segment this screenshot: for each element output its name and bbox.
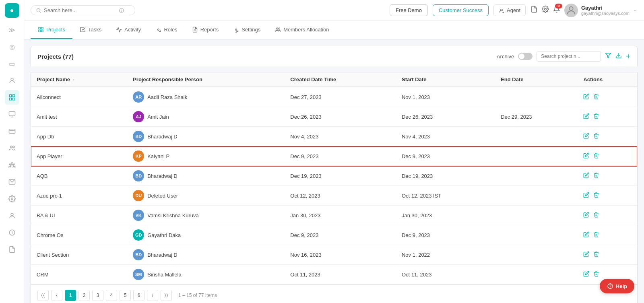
edit-icon[interactable]: [583, 172, 589, 179]
page-1-btn[interactable]: 1: [65, 290, 76, 301]
cell-actions: [578, 127, 637, 146]
edit-icon[interactable]: [583, 133, 589, 140]
cell-project-name: AQB: [31, 166, 127, 186]
notification-badge: 31: [555, 4, 562, 8]
nav-tabs: Projects Tasks Activity Roles Reports Se…: [24, 21, 644, 39]
roles-tab-icon: [155, 27, 161, 33]
cell-start: Dec 26, 2023: [396, 107, 495, 127]
help-button[interactable]: Help: [600, 279, 634, 293]
page-5-btn[interactable]: 5: [120, 290, 131, 301]
tasks-tab-icon: [80, 27, 86, 33]
page-first-btn[interactable]: ⟨⟨: [37, 290, 49, 301]
sidebar-expand-icon[interactable]: ≫: [5, 23, 19, 37]
sidebar-icon-card[interactable]: [5, 124, 19, 138]
cell-person: BD Bharadwaj D: [127, 127, 285, 146]
page-last-btn[interactable]: ⟩⟩: [161, 290, 172, 301]
gear-icon[interactable]: [542, 6, 549, 15]
settings-tab-icon: [233, 27, 239, 33]
cell-start: Nov 1, 2023: [396, 87, 495, 107]
search-input[interactable]: [44, 7, 116, 13]
projects-tab-icon: [38, 27, 44, 33]
page-prev-btn[interactable]: ‹: [51, 290, 62, 301]
page-3-btn[interactable]: 3: [92, 290, 103, 301]
svg-rect-29: [39, 30, 40, 32]
page-info: 1 – 15 of 77 Items: [178, 293, 217, 298]
archive-toggle[interactable]: [518, 53, 533, 60]
notification-bell-icon[interactable]: 31: [553, 6, 560, 15]
svg-point-36: [279, 28, 280, 29]
sidebar-icon-team[interactable]: [5, 158, 19, 172]
cell-start: Dec 9, 2023: [396, 225, 495, 245]
filter-icon[interactable]: [605, 52, 611, 60]
edit-icon[interactable]: [583, 192, 589, 199]
cell-end: [495, 186, 578, 206]
svg-point-16: [11, 198, 13, 200]
edit-icon[interactable]: [583, 153, 589, 160]
delete-icon[interactable]: [593, 172, 599, 179]
delete-icon[interactable]: [593, 271, 599, 278]
search-box[interactable]: [31, 5, 135, 15]
svg-rect-30: [41, 30, 43, 32]
edit-icon[interactable]: [583, 93, 589, 101]
user-email: gayathri@snovasys.com: [581, 11, 630, 16]
svg-rect-2: [12, 95, 14, 97]
sidebar-icon-clock[interactable]: [5, 225, 19, 240]
cell-end: [495, 245, 578, 265]
sidebar-icon-person[interactable]: [5, 208, 19, 223]
tab-members[interactable]: Members Allocation: [268, 21, 336, 39]
edit-icon[interactable]: [583, 231, 589, 239]
cell-actions: [578, 245, 637, 265]
user-avatar-area[interactable]: Gayathri gayathri@snovasys.com: [564, 4, 638, 17]
edit-icon[interactable]: [583, 113, 589, 120]
free-demo-button[interactable]: Free Demo: [390, 4, 428, 16]
tab-tasks[interactable]: Tasks: [72, 21, 109, 39]
sidebar-icon-projects[interactable]: [5, 90, 19, 105]
customer-success-button[interactable]: Customer Success: [433, 4, 489, 16]
delete-icon[interactable]: [593, 93, 599, 101]
tab-settings[interactable]: Settings: [226, 21, 268, 39]
cell-end: [495, 87, 578, 107]
delete-icon[interactable]: [593, 251, 599, 258]
tab-activity[interactable]: Activity: [109, 21, 148, 39]
add-project-icon[interactable]: +: [626, 52, 631, 61]
user-name: Gayathri: [581, 5, 630, 11]
sidebar-icon-settings[interactable]: [5, 192, 19, 206]
sort-icon[interactable]: ↑: [73, 78, 75, 82]
edit-icon[interactable]: [583, 212, 589, 219]
pagination: ⟨⟨ ‹ 1 2 3 4 5 6 › ⟩⟩ 1 – 15 of 77 Items: [31, 284, 637, 303]
tab-reports[interactable]: Reports: [185, 21, 226, 39]
svg-point-11: [12, 146, 14, 148]
svg-point-31: [158, 29, 159, 31]
page-next-btn[interactable]: ›: [147, 290, 158, 301]
sidebar-icon-monitor[interactable]: ▭: [5, 56, 19, 71]
download-icon[interactable]: [615, 52, 622, 60]
sidebar-icon-user[interactable]: [5, 73, 19, 88]
sidebar-icon-globe[interactable]: ◎: [5, 39, 19, 54]
app-logo[interactable]: ●: [5, 3, 19, 18]
document-icon[interactable]: [530, 6, 538, 15]
delete-icon[interactable]: [593, 192, 599, 199]
page-2-btn[interactable]: 2: [78, 290, 90, 301]
delete-icon[interactable]: [593, 231, 599, 239]
edit-icon[interactable]: [583, 271, 589, 278]
delete-icon[interactable]: [593, 113, 599, 120]
delete-icon[interactable]: [593, 153, 599, 160]
search-project-input[interactable]: [537, 51, 601, 62]
page-6-btn[interactable]: 6: [133, 290, 144, 301]
delete-icon[interactable]: [593, 212, 599, 219]
cell-project-name: Client Section: [31, 245, 127, 265]
edit-icon[interactable]: [583, 251, 589, 258]
cell-created: Dec 19, 2023: [285, 166, 396, 186]
sidebar-icon-users[interactable]: [5, 141, 19, 155]
col-project-name: Project Name ↑: [31, 72, 127, 87]
page-4-btn[interactable]: 4: [106, 290, 117, 301]
cell-end: [495, 206, 578, 225]
sidebar-icon-mail[interactable]: [5, 175, 19, 189]
tab-roles[interactable]: Roles: [148, 21, 184, 39]
search-icon: [36, 8, 41, 13]
delete-icon[interactable]: [593, 133, 599, 140]
sidebar-icon-file[interactable]: [5, 242, 19, 257]
tab-projects[interactable]: Projects: [31, 21, 72, 39]
sidebar-icon-screen[interactable]: [5, 107, 19, 122]
agent-button[interactable]: Agent: [493, 4, 526, 16]
